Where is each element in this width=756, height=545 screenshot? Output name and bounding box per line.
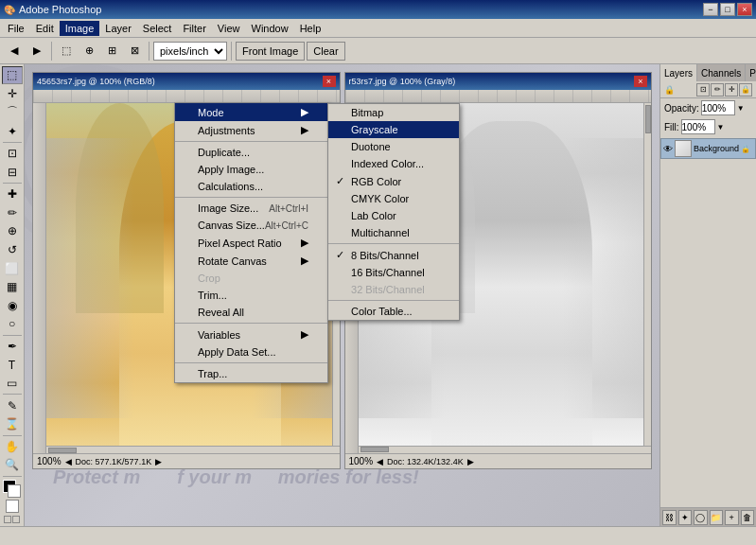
lock-transparent-btn[interactable]: ⊡ [696,83,710,97]
lock-image-btn[interactable]: ✏ [711,83,724,97]
menu-edit[interactable]: Edit [30,21,60,36]
menu-item-canvas-size[interactable]: Canvas Size... Alt+Ctrl+C [175,217,327,234]
menu-item-trap[interactable]: Trap... [175,365,327,382]
tab-paths[interactable]: Paths [746,64,756,81]
tool-move[interactable]: ✛ [2,85,23,103]
tool-healing[interactable]: ✚ [2,185,23,203]
add-style-btn[interactable]: ✦ [678,510,693,525]
doc-gray-scrollbar-v[interactable] [643,103,651,446]
doc-color-nav-right[interactable]: ▶ [155,457,162,466]
tool-lasso[interactable]: ⌒ [2,103,23,121]
tool-crop[interactable]: ⊡ [2,145,23,163]
menu-item-pixel-aspect[interactable]: Pixel Aspect Ratio ▶ [175,234,327,252]
menu-layer[interactable]: Layer [99,21,137,36]
layer-background[interactable]: 👁 Background 🔒 [660,138,756,159]
menu-item-calculations[interactable]: Calculations... [175,178,327,195]
tool-shape[interactable]: ▭ [2,375,23,393]
delete-layer-btn[interactable]: 🗑 [741,510,755,525]
toolbar-btn-4[interactable]: ⊕ [79,41,99,62]
doc-color-close[interactable]: × [323,76,336,87]
mode-16bit[interactable]: 16 Bits/Channel [328,264,459,281]
mode-rgb[interactable]: ✓ RGB Color [328,172,459,190]
tool-notes[interactable]: ✎ [2,396,23,414]
tool-eyedropper[interactable]: ⌛ [2,415,23,433]
menu-item-reveal-all[interactable]: Reveal All [175,304,327,321]
tool-blur[interactable]: ◉ [2,297,23,315]
tool-marquee[interactable]: ⬚ [2,66,23,84]
toolbar-btn-3[interactable]: ⬚ [56,41,77,62]
menu-item-apply-data-set[interactable]: Apply Data Set... [175,343,327,360]
menu-file[interactable]: File [2,21,30,36]
tab-channels[interactable]: Channels [697,64,746,81]
tool-dodge[interactable]: ○ [2,315,23,333]
minimize-button[interactable]: − [703,3,718,16]
add-mask-btn[interactable]: ◯ [694,510,708,525]
mode-grayscale[interactable]: Grayscale [328,121,459,138]
new-layer-btn[interactable]: + [725,510,739,525]
menu-item-image-size[interactable]: Image Size... Alt+Ctrl+I [175,200,327,217]
clear-button[interactable]: Clear [307,42,344,61]
toolbar-btn-1[interactable]: ◀ [4,41,25,62]
tool-text[interactable]: T [2,356,23,374]
tool-magic-wand[interactable]: ✦ [2,122,23,140]
menu-item-mode[interactable]: Mode ▶ [175,103,327,121]
toolbar-btn-6[interactable]: ⊠ [124,41,145,62]
lock-all-btn[interactable]: 🔒 [739,83,752,97]
doc-gray-nav-left[interactable]: ◀ [377,457,383,466]
mode-indexed[interactable]: Indexed Color... [328,155,459,172]
mode-32bit[interactable]: 32 Bits/Channel [328,281,459,298]
layer-eye-icon[interactable]: 👁 [663,144,673,154]
toolbar-btn-5[interactable]: ⊞ [101,41,122,62]
tool-gradient[interactable]: ▦ [2,278,23,296]
menu-item-trim[interactable]: Trim... [175,287,327,304]
foreground-swatch[interactable] [3,480,22,496]
mode-bitmap[interactable]: Bitmap [328,104,459,121]
close-button[interactable]: × [737,3,752,16]
doc-color-scrollbar-h[interactable] [46,446,340,453]
tool-slice[interactable]: ⊟ [2,163,23,181]
tool-brush[interactable]: ✏ [2,203,23,221]
mode-8bit[interactable]: ✓ 8 Bits/Channel [328,246,459,264]
mode-color-table[interactable]: Color Table... [328,303,459,320]
menu-help[interactable]: Help [294,21,327,36]
menu-view[interactable]: View [212,21,246,36]
maximize-button[interactable]: □ [720,3,735,16]
opacity-arrow[interactable]: ▼ [737,104,745,113]
quick-mask-btn[interactable] [6,500,19,513]
tool-pen[interactable]: ✒ [2,338,23,356]
tool-hand[interactable]: ✋ [2,437,23,455]
tool-history-brush[interactable]: ↺ [2,241,23,259]
toolbar-btn-2[interactable]: ▶ [26,41,47,62]
menu-item-crop[interactable]: Crop [175,270,327,287]
tool-eraser[interactable]: ⬜ [2,259,23,277]
menu-item-variables[interactable]: Variables ▶ [175,325,327,343]
mode-lab[interactable]: Lab Color [328,207,459,224]
mode-duotone[interactable]: Duotone [328,138,459,155]
lock-position-btn[interactable]: ✛ [725,83,738,97]
screen-normal-btn[interactable] [4,516,11,523]
front-image-button[interactable]: Front Image [236,42,305,61]
new-group-btn[interactable]: 📁 [710,510,724,525]
mode-multichannel[interactable]: Multichannel [328,224,459,241]
link-layers-btn[interactable]: ⛓ [662,510,677,525]
mode-cmyk[interactable]: CMYK Color [328,190,459,207]
doc-gray-scrollbar-h[interactable] [359,446,652,453]
fill-arrow[interactable]: ▼ [717,123,725,132]
fill-input[interactable] [681,119,715,134]
menu-item-adjustments[interactable]: Adjustments ▶ [175,121,327,139]
menu-item-duplicate[interactable]: Duplicate... [175,144,327,161]
menu-window[interactable]: Window [246,21,294,36]
opacity-input[interactable] [701,100,735,115]
zoom-select[interactable]: pixels/inch [153,42,227,61]
menu-select[interactable]: Select [137,21,178,36]
doc-gray-close[interactable]: × [634,76,647,87]
tab-layers[interactable]: Layers [660,64,697,81]
screen-full-btn[interactable] [12,516,20,523]
doc-gray-nav-right[interactable]: ▶ [467,457,474,466]
doc-color-nav-left[interactable]: ◀ [65,457,72,466]
menu-item-apply-image[interactable]: Apply Image... [175,161,327,178]
menu-image[interactable]: Image [60,21,100,36]
tool-clone[interactable]: ⊕ [2,222,23,240]
menu-filter[interactable]: Filter [177,21,211,36]
tool-zoom[interactable]: 🔍 [2,456,23,474]
